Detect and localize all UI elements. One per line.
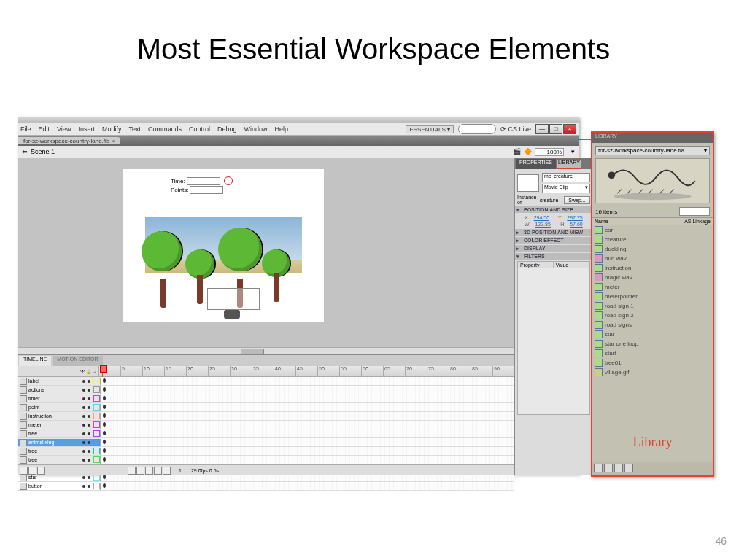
stage-area[interactable]: Time: Points: <box>18 158 514 347</box>
library-item[interactable]: creature <box>592 235 713 244</box>
library-item[interactable]: meterpointer <box>592 292 713 301</box>
section-filters[interactable]: FILTERS <box>515 253 592 260</box>
section-color-effect[interactable]: COLOR EFFECT <box>515 237 592 244</box>
new-symbol-button[interactable] <box>594 464 603 472</box>
library-item[interactable]: village.gif <box>592 368 713 377</box>
delete-layer-button[interactable] <box>37 467 45 475</box>
library-tab-header[interactable]: LIBRARY <box>592 133 713 143</box>
library-item[interactable]: huh.wav <box>592 254 713 263</box>
layer-frames[interactable] <box>101 447 514 456</box>
eye-icon[interactable]: 👁 <box>80 369 85 373</box>
new-folder-button[interactable] <box>28 467 36 475</box>
step-fwd-button[interactable] <box>154 467 162 475</box>
library-header-linkage[interactable]: AS Linkage <box>684 219 711 224</box>
document-tab[interactable]: for-sz-workspace-country-lane.fla × <box>18 137 120 144</box>
search-box[interactable] <box>458 124 496 134</box>
layer-frames[interactable] <box>101 394 514 403</box>
swap-button[interactable]: Swap... <box>564 196 589 204</box>
rewind-button[interactable] <box>128 467 136 475</box>
section-position-size[interactable]: POSITION AND SIZE <box>515 206 592 213</box>
tab-library[interactable]: LIBRARY <box>557 159 581 169</box>
layer-frames[interactable] <box>101 438 514 447</box>
instance-name-field[interactable]: mc_creature <box>542 173 590 182</box>
zoom-dropdown-icon[interactable]: ▾ <box>571 148 575 155</box>
layer-row[interactable]: tree <box>18 447 514 456</box>
library-search[interactable] <box>679 207 710 216</box>
menu-insert[interactable]: Insert <box>78 125 95 133</box>
outline-icon[interactable]: □ <box>93 369 96 373</box>
menu-help[interactable]: Help <box>275 125 289 133</box>
layer-row[interactable]: actions <box>18 386 514 394</box>
menu-file[interactable]: File <box>20 125 31 133</box>
library-item[interactable]: instruction <box>592 263 713 273</box>
library-item[interactable]: road sign 1 <box>592 301 713 311</box>
library-item[interactable]: star one loop <box>592 339 713 349</box>
layer-frames[interactable] <box>101 456 514 464</box>
step-back-button[interactable] <box>136 467 144 475</box>
menu-window[interactable]: Window <box>244 125 268 133</box>
new-folder-button[interactable] <box>604 464 613 472</box>
section-display[interactable]: DISPLAY <box>515 245 592 252</box>
window-minimize-button[interactable]: — <box>535 124 549 134</box>
play-button[interactable] <box>145 467 153 475</box>
menu-view[interactable]: View <box>57 125 71 133</box>
layer-row[interactable]: tree <box>18 456 514 464</box>
tab-motion-editor[interactable]: MOTION EDITOR <box>53 356 102 366</box>
doc-tab-close-icon[interactable]: × <box>112 138 115 144</box>
workspace-selector[interactable]: ESSENTIALS ▾ <box>406 125 454 133</box>
menu-text[interactable]: Text <box>128 125 141 133</box>
library-item[interactable]: duckling <box>592 244 713 254</box>
layer-row[interactable]: label <box>18 377 514 386</box>
library-item[interactable]: start <box>592 349 713 358</box>
layer-row[interactable]: timer <box>18 394 514 403</box>
layer-frames[interactable] <box>101 421 514 429</box>
frame-ruler[interactable]: 151015202530354045505560657075808590 <box>98 366 514 376</box>
layer-frames[interactable] <box>101 482 514 491</box>
tab-timeline[interactable]: TIMELINE <box>19 356 51 366</box>
layer-row[interactable]: button <box>18 482 514 491</box>
tab-properties[interactable]: PROPERTIES <box>516 159 556 169</box>
symbol-type-select[interactable]: Movie Clip ▾ <box>542 184 590 193</box>
lock-icon[interactable]: 🔒 <box>86 369 91 374</box>
layer-frames[interactable] <box>101 429 514 438</box>
library-item[interactable]: magic.wav <box>592 273 713 282</box>
fast-fwd-button[interactable] <box>163 467 171 475</box>
layer-row[interactable]: instruction <box>18 412 514 421</box>
menu-debug[interactable]: Debug <box>217 125 237 133</box>
scene-label[interactable]: Scene 1 <box>31 148 55 155</box>
edit-scene-icon[interactable]: 🎬 <box>513 148 521 155</box>
new-layer-button[interactable] <box>20 467 28 475</box>
menu-commands[interactable]: Commands <box>148 125 182 133</box>
cslive-button[interactable]: ⟳ CS Live <box>500 125 531 133</box>
window-maximize-button[interactable]: □ <box>549 124 562 134</box>
layer-frames[interactable] <box>101 403 514 412</box>
section-3d-position[interactable]: 3D POSITION AND VIEW <box>515 229 592 236</box>
layer-row[interactable]: tree <box>18 429 514 438</box>
library-item[interactable]: meter <box>592 282 713 292</box>
stage[interactable]: Time: Points: <box>123 169 324 322</box>
library-item[interactable]: road sign 2 <box>592 311 713 320</box>
layer-row[interactable]: point <box>18 403 514 412</box>
zoom-field[interactable]: 100% <box>535 148 564 156</box>
creature-selection-box[interactable] <box>207 288 260 310</box>
library-item[interactable]: tree01 <box>592 358 713 368</box>
library-item[interactable]: road signs <box>592 320 713 330</box>
library-header-name[interactable]: Name <box>595 219 684 224</box>
menu-edit[interactable]: Edit <box>39 125 50 133</box>
horizontal-scrollbar[interactable] <box>18 347 514 354</box>
edit-symbols-icon[interactable]: 🔶 <box>524 148 532 155</box>
layer-row[interactable]: animal xing <box>18 438 514 447</box>
w-value[interactable]: 122.85 <box>535 222 550 227</box>
layer-row[interactable]: meter <box>18 421 514 429</box>
properties-button[interactable] <box>614 464 623 472</box>
menu-control[interactable]: Control <box>189 125 210 133</box>
library-item[interactable]: star <box>592 330 713 339</box>
y-value[interactable]: 297.75 <box>567 215 582 220</box>
layer-frames[interactable] <box>101 377 514 386</box>
library-file-select[interactable]: for-sz-workspace-country-lane.fla▾ <box>595 146 710 155</box>
window-close-button[interactable]: × <box>563 124 576 134</box>
library-item[interactable]: car <box>592 225 713 235</box>
menu-modify[interactable]: Modify <box>102 125 122 133</box>
layer-frames[interactable] <box>101 386 514 394</box>
h-value[interactable]: 57.60 <box>570 222 583 227</box>
